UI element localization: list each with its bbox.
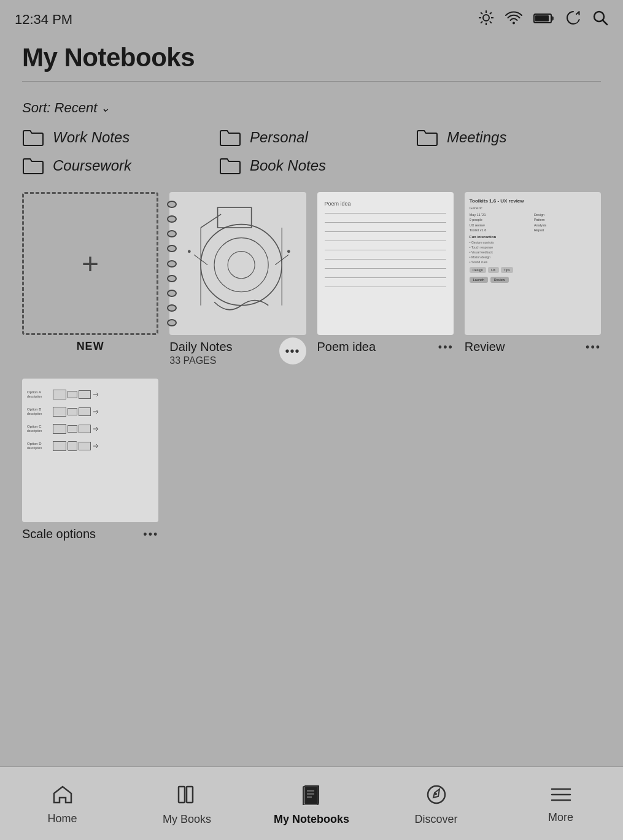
new-notebook-label: NEW [22,340,158,353]
folder-icon [416,128,438,147]
folder-name-book-notes: Book Notes [250,157,326,174]
new-notebook[interactable]: + NEW [22,192,158,366]
nav-label-my-notebooks: My Notebooks [274,813,349,826]
poem-idea-more-button[interactable]: ••• [438,340,454,355]
svg-line-5 [481,12,482,14]
svg-point-35 [435,793,437,795]
battery-icon [533,12,554,28]
daily-notes-pages: 33 PAGES [169,355,279,366]
status-icons [478,10,608,29]
chevron-down-icon: ⌄ [101,101,110,115]
folder-icon [22,156,44,175]
sort-bar: Sort: Recent ⌄ [0,89,623,122]
svg-rect-27 [180,789,183,800]
sort-label-text: Sort: Recent [22,100,97,116]
svg-text:●: ● [187,247,192,255]
poem-idea-name: Poem idea [317,340,438,354]
refresh-icon[interactable] [565,10,581,29]
home-icon [52,785,73,809]
notebook-review[interactable]: Toolkits 1.6 - UX review Generic May 11 … [465,192,601,366]
folder-name-work-notes: Work Notes [53,129,130,146]
scale-options-cover: Option Adescription Option Bdescription [22,379,158,522]
folder-item-coursework[interactable]: Coursework [22,156,207,175]
nav-label-discover: Discover [414,813,457,826]
svg-line-8 [481,21,482,23]
page-header: My Notebooks [0,37,623,89]
folder-icon [219,156,241,175]
folder-icon [22,128,44,147]
daily-notes-info: Daily Notes 33 PAGES [169,340,279,366]
nav-item-my-notebooks[interactable]: My Notebooks [249,767,374,840]
nav-item-my-books[interactable]: My Books [125,767,249,840]
more-icon [551,786,571,807]
svg-point-0 [483,15,489,21]
folder-item-book-notes[interactable]: Book Notes [219,156,404,175]
svg-rect-29 [304,785,319,804]
review-name: Review [465,340,586,354]
folders-section: Work Notes Personal Meetings Coursework [0,122,623,187]
svg-point-16 [228,252,255,279]
notebook-scale-options[interactable]: Option Adescription Option Bdescription [22,379,158,542]
brightness-icon[interactable] [478,10,494,29]
scale-options-info: Scale options [22,527,143,541]
daily-notes-cover: ● ● [169,192,306,335]
notebook-daily-notes[interactable]: ● ● Daily Notes 33 PAGES ••• [169,192,306,366]
svg-point-15 [214,238,268,292]
folder-name-coursework: Coursework [53,157,131,174]
new-notebook-cover: + [22,192,158,335]
sort-selector[interactable]: Sort: Recent ⌄ [22,100,110,116]
svg-text:●: ● [287,247,291,255]
search-icon[interactable] [592,10,608,29]
notebook-poem-idea[interactable]: Poem idea Poem idea ••• [317,192,454,366]
status-bar: 12:34 PM [0,0,623,37]
svg-rect-11 [535,15,549,21]
folder-name-meetings: Meetings [447,129,506,146]
plus-icon: + [82,249,99,279]
poem-idea-info: Poem idea [317,340,438,354]
nav-label-more: More [548,811,573,824]
notebooks-section: + NEW [0,187,623,549]
my-notebooks-icon [301,784,323,809]
daily-notes-more-button[interactable]: ••• [279,337,306,364]
page-title: My Notebooks [22,43,601,72]
poem-idea-cover: Poem idea [317,192,454,335]
folder-name-personal: Personal [250,129,308,146]
nav-item-home[interactable]: Home [0,767,125,840]
nav-label-home: Home [47,812,77,825]
discover-icon [426,784,447,809]
nav-label-my-books: My Books [163,813,211,826]
folder-item-personal[interactable]: Personal [219,128,404,147]
daily-notes-name: Daily Notes [169,340,279,354]
review-cover: Toolkits 1.6 - UX review Generic May 11 … [465,192,601,335]
bottom-nav: Home My Books My Notebooks [0,766,623,840]
wifi-icon[interactable] [505,11,522,28]
svg-point-14 [201,225,282,306]
scale-options-name: Scale options [22,527,143,541]
folder-item-work-notes[interactable]: Work Notes [22,128,207,147]
header-divider [22,81,601,82]
svg-line-13 [603,20,607,25]
nav-item-more[interactable]: More [498,767,623,840]
my-books-icon [177,784,198,809]
folder-item-meetings[interactable]: Meetings [416,128,601,147]
nav-item-discover[interactable]: Discover [374,767,498,840]
status-time: 12:34 PM [15,12,72,28]
review-info: Review [465,340,586,354]
folder-icon [219,128,241,147]
svg-rect-28 [188,789,191,800]
svg-line-7 [490,12,492,14]
review-more-button[interactable]: ••• [586,340,601,355]
scale-options-more-button[interactable]: ••• [143,527,158,542]
svg-line-6 [490,21,492,23]
svg-point-9 [513,22,515,25]
